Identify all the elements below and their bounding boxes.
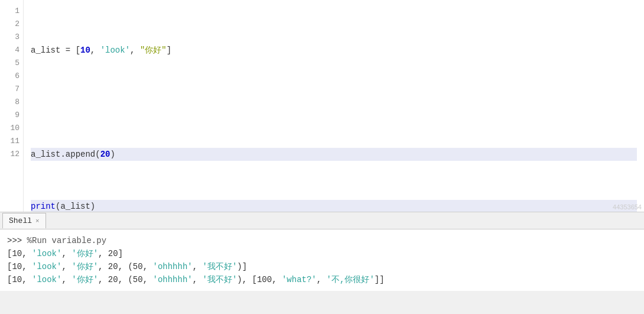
shell-command: %Run variable.py	[27, 236, 106, 245]
shell-tab-close[interactable]: ×	[35, 218, 40, 225]
code-line-2	[31, 96, 637, 109]
ln-7: 7	[5, 83, 19, 96]
ln-3: 3	[5, 31, 19, 44]
shell-output-line-1: [10, 'look', '你好', 20]	[7, 247, 637, 260]
line-numbers: 1 2 3 4 5 6 7 8 9 10 11 12	[0, 0, 24, 212]
shell-output-line-3: [10, 'look', '你好', 20, (50, 'ohhhhh', '我…	[7, 273, 637, 286]
ln-5: 5	[5, 57, 19, 70]
ln-9: 9	[5, 109, 19, 122]
ln-8: 8	[5, 96, 19, 109]
ln-11: 11	[5, 135, 19, 148]
code-editor[interactable]: a_list = [10, 'look', "你好"] a_list.appen…	[24, 0, 644, 212]
code-line-1: a_list = [10, 'look', "你好"]	[31, 44, 637, 57]
ln-2: 2	[5, 18, 19, 31]
shell-tab-bar: Shell ×	[0, 212, 644, 229]
editor-area: 1 2 3 4 5 6 7 8 9 10 11 12 a_list = [10,…	[0, 0, 644, 212]
ln-4: 4	[5, 44, 19, 57]
code-line-3: a_list.append(20)	[31, 148, 637, 161]
shell-tab[interactable]: Shell ×	[2, 213, 46, 228]
ln-12: 12	[5, 148, 19, 161]
shell-content[interactable]: >>> %Run variable.py [10, 'look', '你好', …	[0, 229, 644, 291]
shell-prompt-line: >>> %Run variable.py	[7, 234, 637, 247]
shell-output-line-2: [10, 'look', '你好', 20, (50, 'ohhhhh', '我…	[7, 260, 637, 273]
watermark: 44353654	[613, 203, 642, 211]
ln-10: 10	[5, 122, 19, 135]
ln-1: 1	[5, 5, 19, 18]
code-container: 1 2 3 4 5 6 7 8 9 10 11 12 a_list = [10,…	[0, 0, 644, 212]
shell-prompt-symbol: >>>	[7, 236, 27, 245]
ln-6: 6	[5, 70, 19, 83]
code-line-4: print(a_list)	[31, 200, 637, 212]
shell-tab-label: Shell	[9, 216, 32, 225]
